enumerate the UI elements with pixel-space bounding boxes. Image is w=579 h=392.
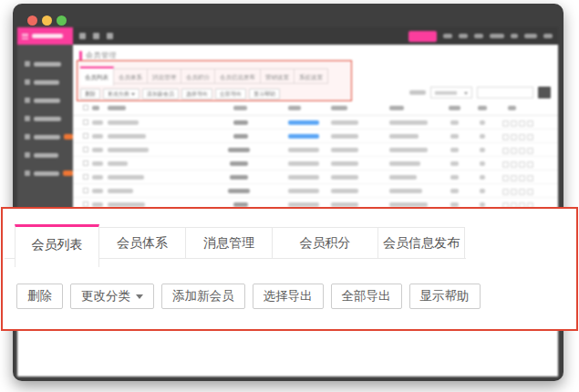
delete-icon[interactable]	[527, 161, 533, 168]
toolbar-button[interactable]: 全部导出	[331, 284, 402, 309]
sidebar-item-label-blurred	[34, 80, 59, 85]
tab[interactable]: 会员体系	[99, 227, 186, 258]
navbar-link-blurred[interactable]	[474, 34, 483, 38]
view-icon[interactable]	[511, 175, 517, 181]
navbar-right	[408, 30, 553, 42]
delete-icon[interactable]	[527, 134, 533, 140]
navbar-link-blurred[interactable]	[524, 34, 537, 38]
row-checkbox[interactable]	[83, 188, 88, 193]
edit-icon[interactable]	[502, 148, 509, 154]
toolbar-button[interactable]: 更改分类	[70, 284, 154, 309]
navbar-link-blurred[interactable]	[459, 34, 468, 38]
sidebar-item[interactable]	[17, 150, 73, 160]
sidebar-item-label-blurred	[34, 98, 60, 103]
layout-icon[interactable]	[93, 33, 99, 39]
edit-icon[interactable]	[502, 120, 509, 127]
tab[interactable]: 会员列表	[80, 67, 114, 86]
sidebar-item[interactable]	[17, 169, 73, 178]
row-checkbox[interactable]	[83, 133, 88, 139]
table-row[interactable]	[73, 157, 558, 170]
navbar-link-blurred[interactable]	[511, 34, 518, 38]
row-checkbox[interactable]	[83, 119, 88, 125]
zoom-window-button[interactable]	[57, 15, 67, 26]
edit-icon[interactable]	[502, 134, 509, 140]
message-icon[interactable]	[519, 161, 525, 168]
zoom-callout: 会员列表 会员体系 消息管理 会员积分 会员信息发布 删除 更改分类 添加新会员…	[1, 207, 578, 331]
message-icon[interactable]	[519, 148, 525, 154]
tab[interactable]: 会员体系	[114, 68, 148, 84]
edit-icon[interactable]	[502, 189, 509, 195]
tab[interactable]: 会员信息发布	[378, 227, 465, 258]
delete-icon[interactable]	[527, 175, 533, 181]
table-row[interactable]	[73, 170, 558, 184]
navbar-primary-button[interactable]	[408, 31, 437, 42]
tab[interactable]: 会员信息发布	[215, 68, 261, 84]
view-icon[interactable]	[511, 134, 517, 140]
navbar-link-blurred[interactable]	[543, 34, 553, 38]
view-icon[interactable]	[511, 120, 517, 127]
table-row[interactable]	[73, 129, 558, 143]
row-actions	[502, 134, 533, 139]
toolbar-button[interactable]: 选择导出	[253, 284, 324, 309]
annotation-highlight-box: 会员列表 会员体系 消息管理 会员积分 会员信息发布 营销设置 系统设置	[77, 60, 352, 101]
table-row[interactable]	[73, 143, 558, 157]
select-all-checkbox[interactable]	[83, 105, 88, 110]
sidebar-item[interactable]	[17, 77, 73, 87]
tab[interactable]: 系统设置	[295, 68, 328, 84]
search-label-blurred	[409, 90, 426, 95]
tab[interactable]: 会员列表	[15, 224, 99, 267]
delete-icon[interactable]	[527, 189, 533, 195]
tab[interactable]: 会员积分	[181, 68, 215, 84]
message-icon[interactable]	[519, 175, 525, 181]
edit-icon[interactable]	[502, 175, 509, 181]
tab[interactable]: 营销设置	[261, 68, 295, 84]
edit-icon[interactable]	[502, 161, 509, 168]
sidebar-item[interactable]	[17, 114, 73, 123]
screenshot-stage: 会员管理 会员列表 会员体系 消息管理 会员积分	[0, 0, 579, 392]
table-row[interactable]	[73, 116, 558, 129]
window-titlebar	[13, 4, 563, 27]
toolbar-button[interactable]: 删除	[80, 88, 100, 99]
toolbar-button[interactable]: 显示帮助	[409, 284, 481, 309]
toolbar-button[interactable]: 删除	[16, 284, 63, 309]
toolbar-button[interactable]: 添加新会员	[161, 284, 245, 309]
toolbar-button[interactable]: 全部导出	[215, 88, 246, 99]
tab[interactable]: 会员积分	[273, 227, 378, 258]
refresh-icon[interactable]	[79, 33, 86, 39]
delete-icon[interactable]	[527, 120, 533, 127]
navbar-link-blurred[interactable]	[443, 34, 452, 38]
sidebar-item[interactable]	[17, 96, 73, 105]
view-icon[interactable]	[511, 189, 517, 195]
navbar-link-blurred[interactable]	[490, 34, 504, 38]
link-icon[interactable]	[107, 33, 113, 39]
tab[interactable]: 消息管理	[186, 227, 273, 258]
close-window-button[interactable]	[27, 15, 37, 26]
category-select[interactable]	[430, 87, 472, 98]
table-search-row	[409, 87, 551, 98]
message-icon[interactable]	[519, 120, 525, 127]
toolbar-button[interactable]: 更改分类	[103, 88, 140, 99]
sidebar-item-icon	[25, 152, 30, 158]
message-icon[interactable]	[519, 134, 525, 140]
view-icon[interactable]	[511, 161, 517, 168]
app-logo[interactable]	[17, 27, 73, 45]
search-input[interactable]	[477, 87, 533, 98]
row-checkbox[interactable]	[83, 160, 88, 166]
toolbar-button[interactable]: 添加新会员	[142, 88, 179, 99]
minimize-window-button[interactable]	[42, 15, 52, 26]
message-icon[interactable]	[519, 189, 525, 195]
view-icon[interactable]	[511, 148, 517, 154]
search-button[interactable]	[538, 87, 551, 98]
row-actions	[502, 161, 533, 166]
table-row[interactable]	[73, 184, 558, 198]
toolbar-button[interactable]: 选择导出	[181, 88, 212, 99]
sidebar-item[interactable]	[17, 132, 73, 141]
delete-icon[interactable]	[527, 148, 533, 154]
toolbar-button[interactable]: 显示帮助	[249, 88, 280, 99]
row-checkbox[interactable]	[83, 174, 88, 180]
tab[interactable]: 消息管理	[148, 68, 181, 84]
sidebar-menu	[17, 45, 73, 209]
menu-icon	[22, 34, 28, 39]
row-checkbox[interactable]	[83, 147, 88, 152]
sidebar-item[interactable]	[17, 59, 73, 68]
